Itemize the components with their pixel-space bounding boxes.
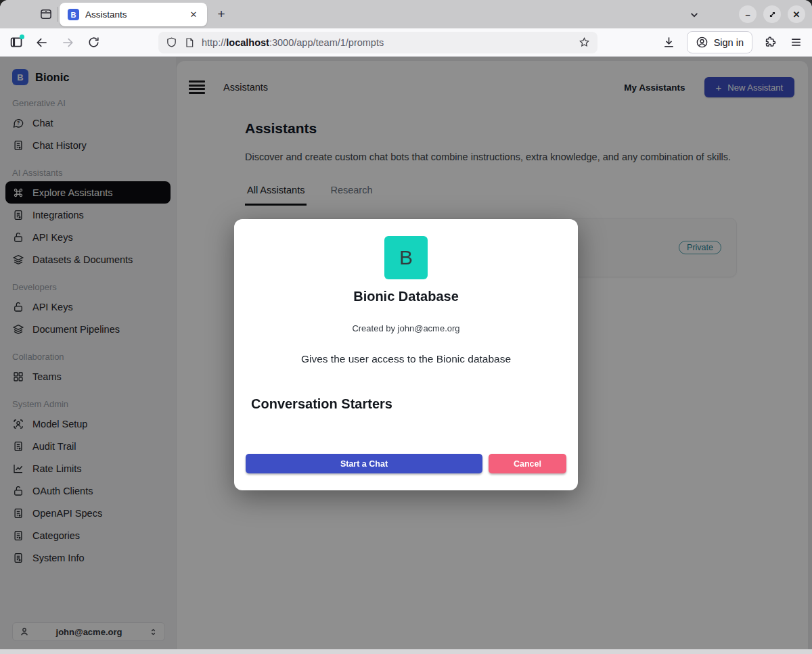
signin-button[interactable]: Sign in [687,31,752,53]
browser-toolbar: http://localhost:3000/app/team/1/prompts… [0,28,812,57]
modal-actions: Start a Chat Cancel [246,454,566,473]
sidebar-extension-icon[interactable] [8,34,24,51]
extension-badge-dot [20,34,24,39]
tab-favicon: B [68,9,79,20]
window-minimize-button[interactable]: – [739,5,757,23]
browser-tab-strip: B Assistants ✕ + – ✕ [0,0,812,28]
menu-hamburger-icon[interactable] [788,34,804,51]
url-text: http://localhost:3000/app/team/1/prompts [202,37,384,48]
page-info-icon[interactable] [183,34,196,51]
browser-tab-assistants[interactable]: B Assistants ✕ [60,3,207,26]
tab-divider [57,7,58,22]
assistant-detail-modal: B Bionic Database Created by john@acme.o… [234,219,578,490]
assistant-name: Bionic Database [234,289,578,304]
tab-title: Assistants [85,9,187,20]
downloads-icon[interactable] [661,34,677,51]
tab-overview-icon[interactable] [38,6,54,22]
reload-button[interactable] [85,34,102,51]
list-tabs-chevron-icon[interactable] [686,7,702,23]
conversation-starters-heading: Conversation Starters [234,396,578,412]
assistant-created-by: Created by john@acme.org [234,323,578,333]
signin-label: Sign in [714,37,744,48]
url-bar[interactable]: http://localhost:3000/app/team/1/prompts [158,32,597,53]
account-icon [696,36,708,49]
window-bottom-edge [0,649,812,654]
tab-close-icon[interactable]: ✕ [187,8,200,22]
window-controls: – ✕ [739,5,805,23]
extensions-puzzle-icon[interactable] [762,34,778,51]
window-maximize-button[interactable] [763,5,781,23]
shield-icon[interactable] [165,34,177,51]
cancel-button[interactable]: Cancel [489,454,566,473]
back-button[interactable] [34,34,50,51]
forward-button[interactable] [60,34,76,51]
assistant-avatar: B [384,236,428,279]
assistant-description: Gives the user access to the Bionic data… [234,353,578,365]
bookmark-star-icon[interactable] [579,34,591,51]
start-chat-button[interactable]: Start a Chat [246,454,482,473]
window-close-button[interactable]: ✕ [788,5,805,23]
new-tab-button[interactable]: + [212,5,230,23]
